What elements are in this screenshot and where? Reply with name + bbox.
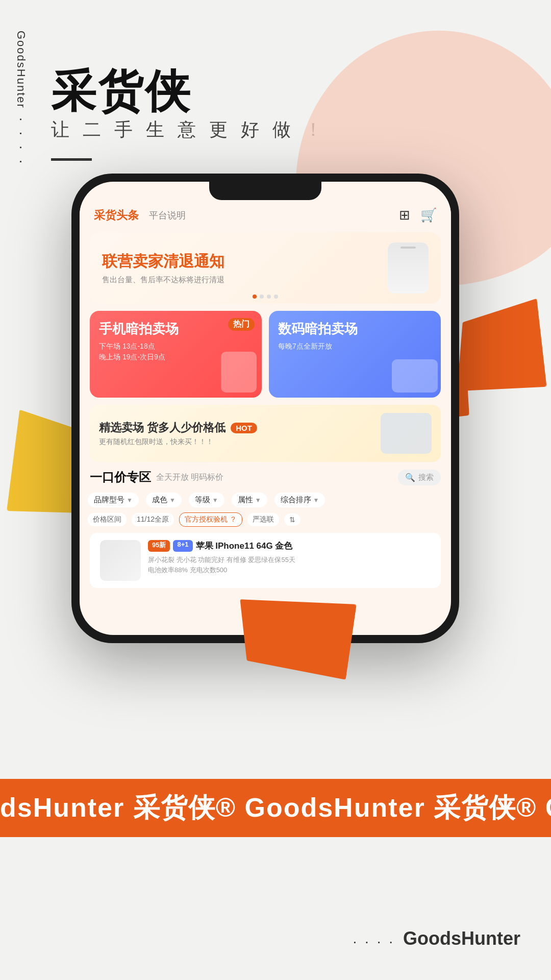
product-image	[100, 540, 141, 581]
badge-condition: 95新	[148, 540, 170, 552]
hero-title: 采货侠	[51, 61, 192, 122]
filter-certified[interactable]: 官方授权验机 ？	[179, 512, 242, 527]
hero-subtitle: 让 二 手 生 意 更 好 做 ！	[51, 117, 327, 142]
product-badges: 95新 8+1 苹果 IPhone11 64G 金色	[148, 540, 431, 552]
product-item[interactable]: 95新 8+1 苹果 IPhone11 64G 金色 屏小花裂 壳小花 功能完好…	[90, 533, 441, 588]
category-row: 热门 手机暗拍卖场 下午场 13点-18点 晚上场 19点-次日9点 数码暗拍卖…	[80, 311, 451, 398]
one-price-title: 一口价专区	[90, 469, 151, 485]
vertical-dots: . . . .	[16, 117, 33, 166]
hot-badge: 热门	[228, 318, 255, 331]
digital-auction-image	[392, 359, 438, 393]
filter-brand[interactable]: 品牌型号 ▼	[88, 493, 139, 507]
tab-headlines[interactable]: 采货头条	[94, 208, 139, 223]
cart-icon[interactable]: 🛒	[420, 207, 437, 223]
filter-price-range[interactable]: 价格区间	[88, 513, 127, 526]
app-header: 采货头条 平台说明 ⊞ 🛒	[80, 200, 451, 228]
dot-2	[260, 295, 264, 299]
footer-dots: . . . .	[353, 930, 395, 947]
one-price-subtitle: 全天开放 明码标价	[156, 472, 223, 483]
category-phone-auction[interactable]: 热门 手机暗拍卖场 下午场 13点-18点 晚上场 19点-次日9点	[90, 311, 262, 398]
featured-section[interactable]: 精选卖场 货多人少价格低 HOT 更有随机红包限时送，快来买！！！	[90, 405, 441, 462]
phone-screen: 采货头条 平台说明 ⊞ 🛒 联营卖家清退通知 售出台量、售后率不达标将进行清退	[80, 182, 451, 635]
banner-phone-image	[388, 242, 429, 293]
product-info: 95新 8+1 苹果 IPhone11 64G 金色 屏小花裂 壳小花 功能完好…	[148, 540, 431, 575]
filter-attribute[interactable]: 属性 ▼	[232, 493, 267, 507]
search-box[interactable]: 🔍 搜索	[398, 470, 441, 485]
product-name: 苹果 IPhone11 64G 金色	[196, 540, 293, 552]
product-desc-1: 屏小花裂 壳小花 功能完好 有维修 爱思绿在保55天	[148, 555, 431, 565]
banner[interactable]: 联营卖家清退通知 售出台量、售后率不达标将进行清退	[90, 232, 441, 304]
hero-line	[51, 158, 92, 161]
filter-row-1: 品牌型号 ▼ 成色 ▼ 等级 ▼ 属性 ▼ 综合排序 ▼	[80, 489, 451, 510]
banner-title: 联营卖家清退通知	[102, 251, 388, 272]
banner-text: 联营卖家清退通知 售出台量、售后率不达标将进行清退	[102, 251, 388, 285]
app-content: 采货头条 平台说明 ⊞ 🛒 联营卖家清退通知 售出台量、售后率不达标将进行清退	[80, 182, 451, 635]
dot-4	[274, 295, 278, 299]
one-price-header: 一口价专区 全天开放 明码标价 🔍 搜索	[80, 462, 451, 489]
featured-subtitle: 更有随机红包限时送，快来买！！！	[99, 437, 381, 447]
digital-auction-desc: 每晚7点全新开放	[278, 341, 432, 352]
featured-badge: HOT	[231, 423, 257, 433]
dot-1	[253, 295, 257, 299]
featured-text: 精选卖场 货多人少价格低 HOT 更有随机红包限时送，快来买！！！	[99, 420, 381, 447]
app-tabs: 采货头条 平台说明	[94, 208, 399, 223]
category-digital-auction[interactable]: 数码暗拍卖场 每晚7点全新开放	[269, 311, 441, 398]
filter-sort-icon[interactable]: ⇅	[284, 513, 300, 526]
filter-row-2: 价格区间 11/12全原 官方授权验机 ？ 严选联 ⇅	[80, 510, 451, 529]
decorative-block-orange-big	[457, 299, 547, 391]
filter-strict[interactable]: 严选联	[247, 513, 279, 526]
tab-platform[interactable]: 平台说明	[149, 209, 186, 222]
product-desc-2: 电池效率88% 充电次数500	[148, 565, 431, 575]
badge-parts: 8+1	[173, 540, 192, 552]
bottom-banner: dsHunter 采货侠® GoodsHunter 采货侠® Goo	[0, 779, 551, 837]
header-icons: ⊞ 🛒	[399, 207, 437, 223]
filter-condition[interactable]: 成色 ▼	[146, 493, 182, 507]
filter-sort[interactable]: 综合排序 ▼	[274, 493, 325, 507]
decorative-block-red-bottom	[240, 599, 356, 680]
vertical-brand-text: GoodsHunter	[14, 31, 28, 109]
footer-brand: GoodsHunter	[403, 928, 520, 949]
footer: . . . . GoodsHunter	[353, 928, 520, 949]
filter-grade[interactable]: 等级 ▼	[189, 493, 224, 507]
featured-title: 精选卖场 货多人少价格低	[99, 420, 226, 435]
phone-auction-image	[221, 352, 257, 393]
bottom-banner-text: dsHunter 采货侠® GoodsHunter 采货侠® Goo	[0, 790, 551, 826]
search-icon: 🔍	[405, 473, 415, 482]
search-label: 搜索	[418, 473, 434, 482]
phone-notch	[209, 182, 321, 200]
phone-mockup: 采货头条 平台说明 ⊞ 🛒 联营卖家清退通知 售出台量、售后率不达标将进行清退	[71, 174, 459, 643]
digital-auction-title: 数码暗拍卖场	[278, 320, 432, 338]
filter-11-12[interactable]: 11/12全原	[132, 513, 174, 526]
banner-subtitle: 售出台量、售后率不达标将进行清退	[102, 275, 388, 285]
scan-icon[interactable]: ⊞	[399, 207, 410, 223]
dot-3	[267, 295, 271, 299]
featured-image	[381, 413, 432, 454]
banner-dots	[253, 295, 278, 299]
